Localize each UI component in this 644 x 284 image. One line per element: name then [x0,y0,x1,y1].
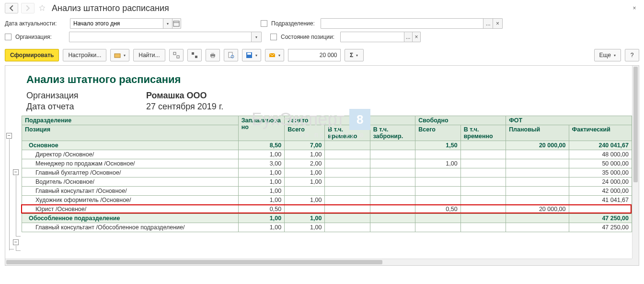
svg-rect-2 [115,54,120,58]
print-button[interactable] [206,49,220,61]
hdr-free-temp: В т.ч. временно [460,125,506,141]
division-clear-button[interactable]: × [493,19,502,28]
division-label: Подразделение: [271,20,315,27]
hdr-fot: ФОТ [506,116,632,125]
collapse-all-button[interactable] [187,49,202,61]
scrollbar-corner [632,259,639,265]
horizontal-scrollbar[interactable] [5,259,632,265]
expand-groups-icon [173,52,180,59]
arrow-right-icon [24,5,31,12]
chevron-down-icon: ▾ [255,35,257,39]
svg-rect-8 [211,53,214,54]
chevron-down-icon: ▾ [167,22,169,26]
org-checkbox[interactable] [5,34,12,40]
date-field[interactable]: ▾ [70,18,181,29]
page-title: Анализ штатного расписания [52,3,169,13]
table-group-row[interactable]: Обособленное подразделение1,001,0047 250… [22,214,632,223]
division-input[interactable] [321,19,483,28]
tree-toggle-group-2[interactable]: − [13,239,19,245]
table-row[interactable]: Водитель /Основное/1,001,0024 000,00 [22,178,632,187]
nav-back-button[interactable] [5,3,18,13]
meta-date-key: Дата отчета [26,102,127,112]
state-clear-button[interactable]: × [412,32,420,42]
hdr-division: Подразделение [22,116,239,125]
envelope-icon [269,52,276,59]
division-more-button[interactable]: ... [483,19,493,28]
table-row[interactable]: Главный консультант /Основное/1,0042 000… [22,187,632,196]
expand-all-button[interactable] [169,49,184,61]
svg-rect-0 [173,21,179,26]
state-label: Состояние позиции: [281,34,334,40]
preview-button[interactable] [224,49,238,61]
tree-toggle-group-1[interactable]: − [13,169,19,175]
email-button[interactable]: ▾ [265,49,284,61]
form-button[interactable]: Сформировать [5,49,59,61]
date-label: Дата актуальности: [5,20,66,27]
hdr-position: Позиция [22,125,239,141]
date-calendar-button[interactable] [172,19,181,28]
org-label: Организация: [15,34,65,40]
settings-button[interactable]: Настройки... [63,49,106,61]
division-field[interactable]: ... × [321,18,503,29]
org-dropdown-button[interactable]: ▾ [251,32,261,42]
svg-rect-10 [229,52,232,58]
sum-button[interactable]: Σ▾ [345,49,364,61]
table-row[interactable]: Художник оформитель /Основное/1,001,0041… [22,196,632,205]
limit-input[interactable]: 20 000 [288,49,341,61]
hdr-busy-temp: В т.ч. временно [325,125,370,141]
folder-icon [114,52,121,59]
chevron-down-icon: ▾ [278,53,280,58]
hdr-fot-plan: Плановый [506,125,569,141]
table-row[interactable]: Менеджер по продажам /Основное/3,002,001… [22,159,632,168]
table-row[interactable]: Главный консультант /Обособленное подраз… [22,223,632,232]
more-button[interactable]: Еще▾ [594,49,621,61]
division-checkbox[interactable] [261,20,267,27]
find-button[interactable]: Найти... [133,49,165,61]
chevron-down-icon: ▾ [124,53,126,58]
sigma-icon: Σ [350,52,353,59]
nav-forward-button[interactable] [21,3,34,13]
variants-button[interactable]: ▾ [110,49,129,61]
chevron-down-icon: ▾ [356,53,358,58]
table-row[interactable]: Юрист /Основное/0,500,5020 000,00 [22,205,632,214]
close-icon: × [632,5,636,12]
close-button[interactable]: × [630,3,639,13]
hdr-planned: Запланировано [238,116,284,141]
meta-date-value: 27 сентября 2019 г. [146,102,223,112]
hdr-busy-res: В т.ч. забронир. [370,125,415,141]
hdr-busy: Занято [285,116,415,125]
meta-org-value: Ромашка ООО [146,91,207,101]
date-input[interactable] [70,19,163,28]
org-input[interactable] [69,32,251,42]
svg-rect-5 [192,52,194,55]
hdr-busy-all: Всего [285,125,325,141]
report-table: Подразделение Запланировано Занято Свобо… [22,116,632,232]
state-more-button[interactable]: ... [404,32,412,42]
table-group-row[interactable]: Основное8,507,001,5020 000,00240 041,67 [22,141,632,150]
collapse-groups-icon [191,52,198,59]
date-dropdown-button[interactable]: ▾ [163,19,172,28]
save-button[interactable]: ▾ [242,49,261,61]
table-row[interactable]: Главный бухгалтер /Основное/1,001,0035 0… [22,168,632,178]
report-area: − − − Анализ штатного расписания Организ… [5,65,639,266]
favorite-star-button[interactable] [37,3,47,13]
table-row[interactable]: Директор /Основное/1,001,0048 000,00 [22,150,632,159]
svg-rect-3 [173,52,176,55]
hdr-free-all: Всего [415,125,460,141]
svg-rect-4 [177,56,179,58]
vertical-scrollbar[interactable] [632,66,639,259]
floppy-icon [246,52,253,59]
help-button[interactable]: ? [625,49,639,61]
report-title: Анализ штатного расписания [26,73,632,86]
arrow-left-icon [8,5,15,12]
state-field[interactable]: ... × [340,32,421,42]
org-field[interactable]: ▾ [69,32,262,42]
page-magnifier-icon [228,52,234,59]
svg-rect-6 [195,56,197,58]
state-input[interactable] [341,32,403,42]
hdr-fot-fact: Фактический [569,125,632,141]
tree-toggle-root[interactable]: − [6,133,12,139]
chevron-down-icon: ▾ [614,53,616,58]
chevron-down-icon: ▾ [255,53,257,58]
state-checkbox[interactable] [270,34,277,40]
